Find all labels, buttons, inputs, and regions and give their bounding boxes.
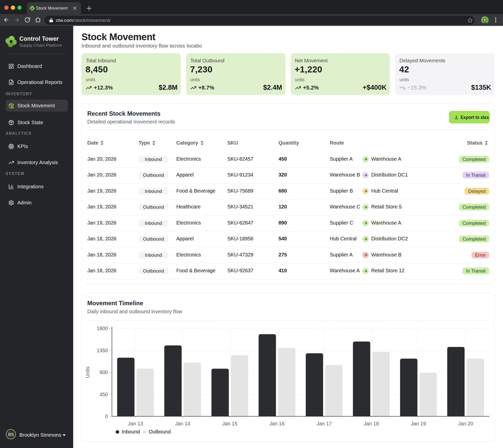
svg-text:Jan 18: Jan 18	[364, 421, 379, 426]
svg-text:Jan 17: Jan 17	[317, 421, 332, 426]
svg-text:Jan 19: Jan 19	[411, 421, 426, 426]
svg-text:1350: 1350	[97, 348, 108, 353]
svg-text:Units: Units	[85, 367, 90, 378]
svg-text:Jan 15: Jan 15	[222, 421, 237, 426]
svg-text:Jan 16: Jan 16	[269, 421, 284, 426]
svg-text:Jan 20: Jan 20	[458, 421, 473, 426]
svg-text:900: 900	[100, 370, 108, 375]
svg-text:450: 450	[100, 392, 108, 397]
svg-text:Jan 13: Jan 13	[128, 421, 143, 426]
svg-text:1800: 1800	[97, 326, 108, 331]
svg-text:Jan 14: Jan 14	[175, 421, 190, 426]
svg-text:0: 0	[105, 414, 108, 419]
